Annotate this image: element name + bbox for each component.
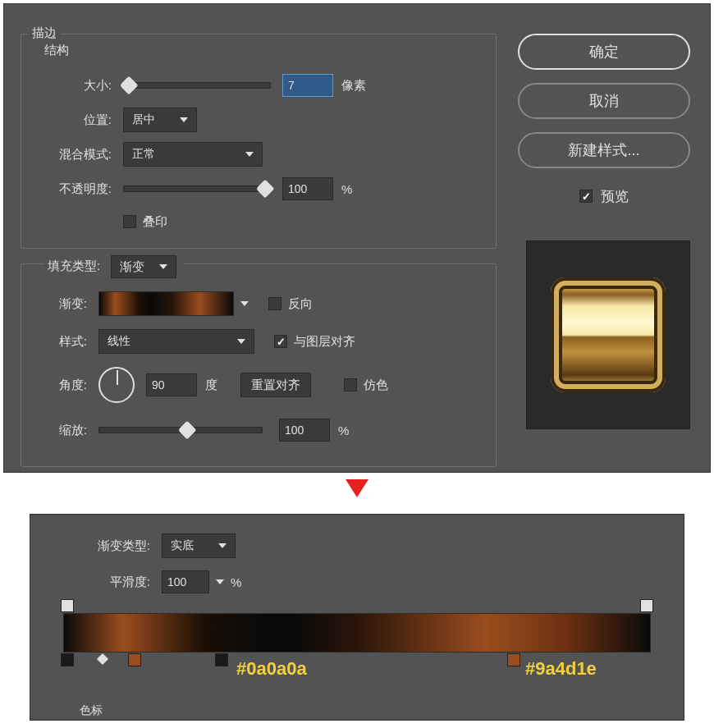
opacity-slider-thumb[interactable] <box>256 180 275 199</box>
filltype-fieldset: 填充类型: 渐变 渐变: 反向 样式: 线性 <box>21 263 497 467</box>
opacity-stop-right[interactable] <box>640 599 653 612</box>
scale-slider[interactable] <box>98 427 263 433</box>
size-slider-thumb[interactable] <box>120 76 139 95</box>
opacity-input[interactable] <box>282 177 333 200</box>
dither-label: 仿色 <box>364 378 388 393</box>
midpoint-marker[interactable] <box>97 653 108 665</box>
smooth-unit: % <box>231 575 241 589</box>
size-label: 大小: <box>30 78 112 94</box>
style-select[interactable]: 线性 <box>98 329 254 354</box>
angle-input[interactable] <box>146 373 197 396</box>
size-slider[interactable] <box>123 82 271 89</box>
filltype-legend: 填充类型: 渐变 <box>44 255 183 278</box>
gradtype-value: 实底 <box>171 538 194 553</box>
scale-label: 缩放: <box>30 423 87 438</box>
color-stop-2[interactable] <box>128 653 141 666</box>
reverse-label: 反向 <box>288 296 313 312</box>
style-value: 线性 <box>108 334 130 349</box>
preview-label: 预览 <box>601 187 629 206</box>
position-label: 位置: <box>30 112 112 128</box>
newstyle-button[interactable]: 新建样式... <box>518 132 690 168</box>
reverse-checkbox[interactable] <box>268 297 281 310</box>
stroke-legend: 描边 <box>28 25 61 41</box>
cancel-button[interactable]: 取消 <box>518 83 690 119</box>
opacity-label: 不透明度: <box>30 181 112 197</box>
color-stop-3[interactable] <box>215 653 228 666</box>
button-column: 确定 取消 新建样式... 预览 <box>518 34 690 211</box>
chevron-down-icon <box>245 152 254 157</box>
filltype-label: 填充类型: <box>48 259 100 272</box>
smooth-input[interactable] <box>162 570 209 593</box>
gradient-bar-container: #0a0a0a #9a4d1e <box>63 613 651 652</box>
gradtype-label: 渐变类型: <box>68 538 150 554</box>
color-stop-4[interactable] <box>507 653 520 666</box>
dither-checkbox[interactable] <box>344 378 357 391</box>
angle-label: 角度: <box>30 378 87 393</box>
size-input[interactable] <box>282 74 333 97</box>
overprint-checkbox[interactable] <box>123 215 136 228</box>
filltype-select[interactable]: 渐变 <box>111 255 176 278</box>
structure-legend: 结构 <box>44 43 69 58</box>
ok-button[interactable]: 确定 <box>518 34 690 70</box>
color-stop-1[interactable] <box>61 653 74 666</box>
hex-annotation-2: #9a4d1e <box>525 658 597 680</box>
opacity-slider[interactable] <box>123 185 271 192</box>
gradtype-select[interactable]: 实底 <box>162 533 236 558</box>
opacity-stop-left[interactable] <box>61 599 74 612</box>
position-select[interactable]: 居中 <box>123 108 197 132</box>
chevron-down-icon <box>218 543 227 548</box>
align-checkbox[interactable] <box>274 335 287 348</box>
scale-input[interactable] <box>279 419 330 442</box>
angle-unit: 度 <box>205 378 217 393</box>
hex-annotation-1: #0a0a0a <box>236 658 307 680</box>
opacity-unit: % <box>341 182 352 196</box>
filltype-value: 渐变 <box>120 259 144 275</box>
preview-thumbnail <box>551 277 666 392</box>
style-label: 样式: <box>30 334 87 350</box>
scale-unit: % <box>338 424 349 437</box>
blend-value: 正常 <box>132 147 155 162</box>
blend-select[interactable]: 正常 <box>123 142 263 167</box>
chevron-down-icon <box>237 339 245 344</box>
size-unit: 像素 <box>341 78 366 94</box>
gradient-label: 渐变: <box>30 296 87 312</box>
preview-checkbox[interactable] <box>579 190 593 203</box>
gradient-bar[interactable]: #0a0a0a #9a4d1e <box>63 613 651 652</box>
preview-box <box>526 240 690 429</box>
arrow-down-icon <box>346 479 368 497</box>
stroke-fieldset: 描边 结构 大小: 像素 位置: 居中 混合模式: <box>21 34 497 249</box>
chevron-down-icon <box>159 264 167 269</box>
chevron-down-icon <box>180 117 188 122</box>
gradient-editor-panel: 渐变类型: 实底 平滑度: % #0a0a0a #9a4d1e 色标 <box>30 514 684 721</box>
scale-slider-thumb[interactable] <box>178 421 197 440</box>
reset-align-button[interactable]: 重置对齐 <box>240 373 311 397</box>
blend-label: 混合模式: <box>30 147 112 163</box>
overprint-label: 叠印 <box>143 214 167 230</box>
chevron-down-icon[interactable] <box>216 579 224 584</box>
smooth-label: 平滑度: <box>68 575 150 590</box>
stroke-panel: 描边 结构 大小: 像素 位置: 居中 混合模式: <box>3 3 711 473</box>
align-label: 与图层对齐 <box>294 334 355 350</box>
angle-dial[interactable] <box>98 367 135 403</box>
stops-label: 色标 <box>80 703 103 718</box>
chevron-down-icon[interactable] <box>240 301 249 306</box>
gradient-swatch[interactable] <box>98 291 234 316</box>
position-value: 居中 <box>132 112 155 127</box>
